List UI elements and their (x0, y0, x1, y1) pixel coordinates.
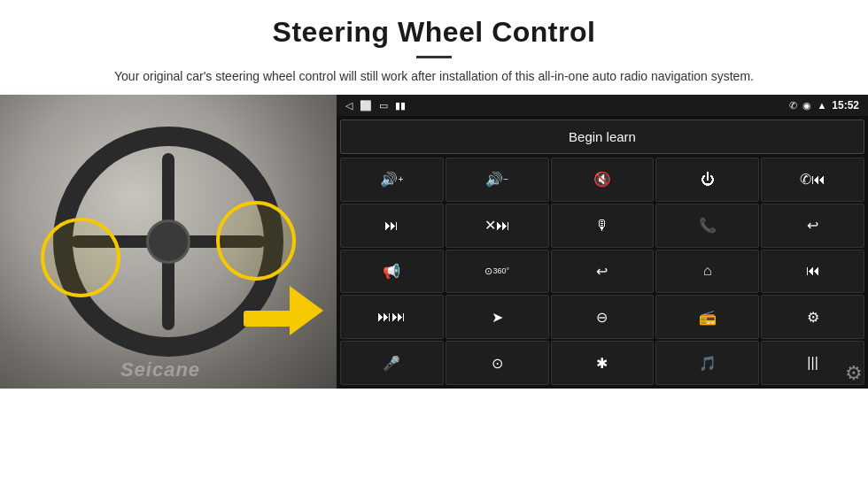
grid-row-1: 🔊+ 🔊− 🔇 ⏻ ✆⏮ (340, 158, 864, 202)
voice-button[interactable]: 🎤 (340, 341, 444, 385)
location-status-icon: ◉ (802, 100, 811, 112)
status-time: 15:52 (832, 99, 859, 112)
fast-fwd-button[interactable]: ⏭⏭ (340, 295, 444, 339)
status-bar-right: ✆ ◉ ▲ 15:52 (789, 99, 859, 112)
vol-up-button[interactable]: 🔊+ (340, 158, 444, 202)
camera-button[interactable]: ⊙ (446, 341, 549, 385)
mute-button[interactable]: 🔇 (551, 158, 655, 202)
mic-button[interactable]: 🎙 (551, 204, 655, 248)
360-button[interactable]: ⊙360° (446, 250, 549, 294)
home-nav-icon[interactable]: ⬜ (360, 100, 372, 112)
sw-center-hub (146, 219, 190, 264)
direction-arrow (244, 287, 323, 335)
bluetooth-button[interactable]: ✱ (551, 341, 655, 385)
call-button[interactable]: 📞 (655, 204, 759, 248)
prev-track-button[interactable]: ⏮ (761, 250, 864, 294)
arrow-head (290, 286, 323, 335)
hang-up-button[interactable]: ↩ (761, 204, 864, 248)
button-group-left-highlight (41, 218, 120, 297)
music-button[interactable]: 🎵 (655, 341, 759, 385)
vol-down-button[interactable]: 🔊− (446, 158, 549, 202)
grid-row-4: ⏭⏭ ➤ ⊖ 📻 ⚙ (340, 295, 864, 339)
call-prev-button[interactable]: ✆⏮ (761, 158, 864, 202)
android-screen: ◁ ⬜ ▭ ▮▮ ✆ ◉ ▲ 15:52 Begin learn (337, 95, 868, 389)
home-button[interactable]: ⌂ (655, 250, 759, 294)
recent-nav-icon[interactable]: ▭ (379, 100, 388, 112)
power-button[interactable]: ⏻ (655, 158, 759, 202)
subtitle: Your original car's steering wheel contr… (71, 67, 797, 86)
title-divider (416, 56, 452, 58)
back-nav-icon[interactable]: ◁ (345, 100, 353, 112)
radio-button[interactable]: 📻 (655, 295, 759, 339)
grid-row-3: 📢 ⊙360° ↩ ⌂ ⏮ (340, 250, 864, 294)
source-button[interactable]: ⊖ (551, 295, 655, 339)
screen-content-area: Begin learn 🔊+ 🔊− 🔇 ⏻ ✆⏮ ⏭ ✕⏭ 🎙 (337, 116, 868, 389)
skip-fwd-button[interactable]: ✕⏭ (446, 204, 549, 248)
status-bar: ◁ ⬜ ▭ ▮▮ ✆ ◉ ▲ 15:52 (337, 95, 868, 116)
wifi-status-icon: ▲ (817, 100, 826, 111)
page-wrapper: Steering Wheel Control Your original car… (0, 0, 868, 485)
arrow-body (244, 311, 297, 327)
nav-button[interactable]: ➤ (446, 295, 549, 339)
grid-row-2: ⏭ ✕⏭ 🎙 📞 ↩ (340, 204, 864, 248)
settings-gear-icon[interactable]: ⚙ (845, 362, 863, 385)
next-track-button[interactable]: ⏭ (340, 204, 444, 248)
header-section: Steering Wheel Control Your original car… (0, 0, 868, 95)
status-bar-left: ◁ ⬜ ▭ ▮▮ (345, 100, 406, 112)
steering-wheel-image: Seicane (0, 95, 337, 389)
grid-row-5: 🎤 ⊙ ✱ 🎵 ||| (340, 341, 864, 385)
phone-status-icon: ✆ (789, 100, 797, 112)
back-button[interactable]: ↩ (551, 250, 655, 294)
page-title: Steering Wheel Control (35, 16, 833, 49)
content-row: Seicane ◁ ⬜ ▭ ▮▮ ✆ ◉ ▲ 15:52 (0, 95, 868, 485)
signal-indicator: ▮▮ (395, 100, 406, 112)
horn-button[interactable]: 📢 (340, 250, 444, 294)
button-group-right-highlight (216, 201, 296, 281)
begin-learn-button[interactable]: Begin learn (340, 119, 864, 154)
screen-content: Begin learn 🔊+ 🔊− 🔇 ⏻ ✆⏮ ⏭ ✕⏭ 🎙 (337, 116, 868, 389)
equalizer-button[interactable]: ⚙ (761, 295, 864, 339)
watermark: Seicane (120, 358, 200, 381)
